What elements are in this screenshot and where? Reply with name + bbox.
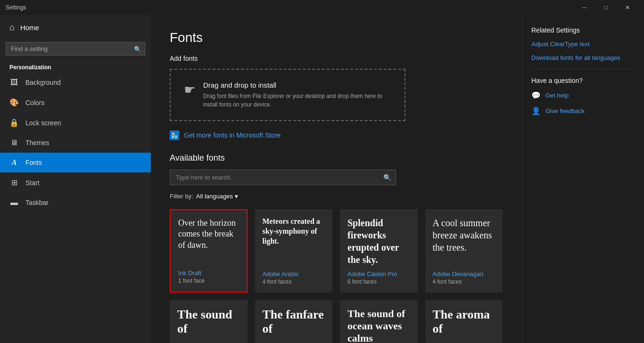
drag-title: Drag and drop to install [203,81,391,89]
close-button[interactable]: ✕ [617,0,638,15]
font-search-container: 🔍 [170,170,396,185]
font-card-adobe-caslon[interactable]: Splendid fireworks erupted over the sky.… [340,209,418,293]
divider [531,69,635,69]
background-icon: 🖼 [9,78,19,87]
filter-bar: Filter by: All languages ▾ [170,193,503,200]
sidebar: ⌂ Home 🔍 Personalization 🖼 Background 🎨 … [0,15,151,343]
available-fonts-label: Available fonts [170,153,503,163]
related-settings-label: Related Settings [531,26,635,34]
drag-desc: Drag font files from File Explorer or yo… [203,92,391,109]
sidebar-item-themes[interactable]: 🖥 Themes [0,133,151,153]
app-body: ⌂ Home 🔍 Personalization 🖼 Background 🎨 … [0,15,644,343]
font-preview-partial-1: The sound of [177,308,240,336]
filter-value: All languages [196,193,233,200]
font-name-adobe-caslon: Adobe Caslon Pro [347,270,410,278]
give-feedback-text: Give feedback [545,107,585,114]
home-nav-item[interactable]: ⌂ Home [0,15,151,40]
lock-screen-icon: 🔒 [9,118,19,127]
get-help-icon: 💬 [531,91,541,100]
sidebar-label-fonts: Fonts [25,159,42,166]
store-link-text: Get more fonts in Microsoft Store [184,131,281,139]
font-search-icon: 🔍 [383,174,391,181]
start-icon: ⊞ [9,178,19,187]
search-icon: 🔍 [134,45,141,52]
sidebar-label-taskbar: Taskbar [25,199,49,206]
sidebar-label-start: Start [25,179,40,187]
have-question-label: Have a question? [531,77,635,84]
sidebar-item-lock-screen[interactable]: 🔒 Lock screen [0,113,151,133]
sidebar-label-lock-screen: Lock screen [25,119,61,127]
home-label: Home [20,24,39,32]
font-preview-partial-4: The aroma of [433,308,495,336]
get-help-text: Get help [545,92,569,99]
font-preview-ink-draft: Over the horizon comes the break of dawn… [178,218,239,265]
cleartype-link[interactable]: Adjust ClearType text [531,41,635,48]
font-card-partial-4[interactable]: The aroma of [425,300,503,343]
themes-icon: 🖥 [9,139,19,147]
page-title: Fonts [170,30,503,45]
get-help-item[interactable]: 💬 Get help [531,91,635,100]
font-search-input[interactable] [170,170,396,185]
font-name-adobe-devanagari: Adobe Devanagari [433,270,495,278]
font-card-ink-draft[interactable]: Over the horizon comes the break of dawn… [170,209,248,293]
store-link[interactable]: 🏪 Get more fonts in Microsoft Store [170,131,503,140]
font-grid: Over the horizon comes the break of dawn… [170,209,503,293]
main-content: Fonts Add fonts ☛ Drag and drop to insta… [151,15,521,343]
font-card-partial-2[interactable]: The fanfare of [255,300,333,343]
fonts-icon: A [9,158,19,167]
font-card-partial-3[interactable]: The sound of ocean waves calms [340,300,418,343]
taskbar-icon: ▬ [9,198,19,207]
font-faces-adobe-devanagari: 4 font faces [433,278,495,285]
sidebar-item-taskbar[interactable]: ▬ Taskbar [0,193,151,212]
sidebar-label-colors: Colors [25,99,44,106]
font-card-adobe-devanagari[interactable]: A cool summer breeze awakens the trees. … [425,209,503,293]
font-card-partial-1[interactable]: The sound of [170,300,248,343]
right-panel: Related Settings Adjust ClearType text D… [521,15,644,343]
sidebar-item-background[interactable]: 🖼 Background [0,73,151,92]
font-faces-adobe-caslon: 6 font faces [347,278,410,285]
titlebar: Settings ─ □ ✕ [0,0,644,15]
colors-icon: 🎨 [9,98,19,107]
sidebar-item-colors[interactable]: 🎨 Colors [0,92,151,113]
search-input[interactable] [6,42,145,56]
download-fonts-link[interactable]: Download fonts for all languages [531,54,635,61]
font-faces-adobe-arabic: 4 font faces [263,278,325,285]
app-title: Settings [6,4,573,11]
minimize-button[interactable]: ─ [573,0,595,15]
sidebar-item-fonts[interactable]: A Fonts [0,153,151,172]
sidebar-section-label: Personalization [0,59,151,73]
font-preview-adobe-devanagari: A cool summer breeze awakens the trees. [433,217,495,266]
store-icon: 🏪 [170,131,179,140]
sidebar-label-background: Background [25,79,61,86]
font-preview-partial-3: The sound of ocean waves calms [347,308,410,343]
search-container: 🔍 [6,42,145,56]
window-controls: ─ □ ✕ [573,0,638,15]
drag-drop-text: Drag and drop to install Drag font files… [203,81,391,109]
font-preview-adobe-arabic: Meteors created a sky-symphony of light. [263,217,325,266]
drag-drop-area[interactable]: ☛ Drag and drop to install Drag font fil… [170,69,405,121]
font-name-adobe-arabic: Adobe Arabic [263,270,325,278]
home-icon: ⌂ [9,23,15,33]
filter-dropdown[interactable]: All languages ▾ [196,193,238,200]
font-preview-partial-2: The fanfare of [263,308,325,336]
font-grid-row2: The sound of The fanfare of The sound of… [170,300,503,343]
give-feedback-icon: 👤 [531,106,541,115]
maximize-button[interactable]: □ [595,0,617,15]
font-name-ink-draft: Ink Draft [178,270,239,277]
font-card-adobe-arabic[interactable]: Meteors created a sky-symphony of light.… [255,209,333,293]
sidebar-label-themes: Themes [25,139,50,147]
filter-label: Filter by: [170,193,193,200]
drag-icon: ☛ [184,82,196,98]
font-faces-ink-draft: 1 font face [178,278,239,284]
add-fonts-label: Add fonts [170,55,503,62]
give-feedback-item[interactable]: 👤 Give feedback [531,106,635,115]
chevron-down-icon: ▾ [235,193,238,200]
sidebar-item-start[interactable]: ⊞ Start [0,172,151,193]
font-preview-adobe-caslon: Splendid fireworks erupted over the sky. [347,217,410,266]
